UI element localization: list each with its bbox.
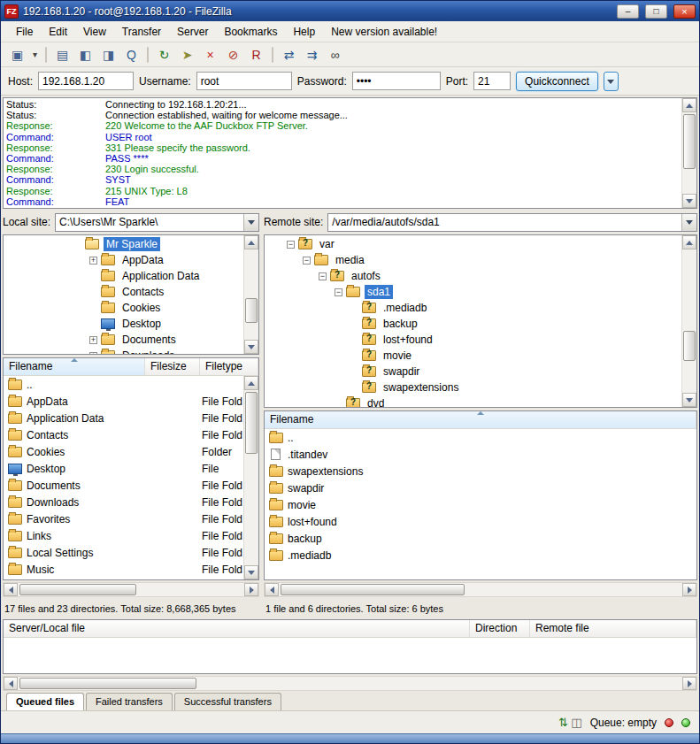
.mediadb[interactable]: .mediadb: [265, 547, 696, 564]
scroll-up-icon[interactable]: [682, 98, 696, 112]
scroll-left-icon[interactable]: [4, 677, 18, 690]
column-header-server-local-file[interactable]: Server/Local file: [4, 620, 470, 637]
toggle-local-tree-icon[interactable]: ◧: [74, 45, 96, 65]
toggle-remote-tree-icon[interactable]: ◨: [97, 45, 119, 65]
tree-expander-icon[interactable]: +: [89, 336, 97, 344]
message-log-scrollbar[interactable]: [681, 98, 696, 208]
cancel-icon[interactable]: ×: [199, 45, 221, 65]
AppData[interactable]: AppData File Folder: [4, 393, 242, 410]
menu-item[interactable]: Transfer: [114, 23, 169, 41]
queue-horizontal-scrollbar[interactable]: [3, 676, 697, 691]
disconnect-icon[interactable]: ⊘: [222, 45, 244, 65]
local-list-scrollbar[interactable]: [243, 376, 258, 579]
tab-successful-transfers[interactable]: Successful transfers: [174, 693, 281, 710]
scroll-up-icon[interactable]: [682, 235, 696, 249]
site-manager-dropdown-icon[interactable]: ▾: [29, 45, 41, 65]
local-site-combobox[interactable]: C:\Users\Mr Sparkle\: [55, 213, 259, 232]
swapextensions[interactable]: swapextensions: [265, 463, 696, 479]
Music[interactable]: Music File Folder: [4, 561, 242, 578]
tree-item[interactable]: − sda1: [265, 284, 681, 300]
tree-item[interactable]: movie: [265, 348, 681, 364]
directory-comparison-icon[interactable]: ⇄: [278, 45, 300, 65]
tree-item[interactable]: + Downloads: [4, 348, 242, 354]
Cookies[interactable]: Cookies Folder: [4, 443, 242, 460]
tree-expander-icon[interactable]: −: [287, 241, 295, 249]
scroll-track[interactable]: [244, 390, 258, 565]
tree-item[interactable]: + Documents: [4, 332, 242, 348]
column-header-filename[interactable]: Filename: [265, 411, 696, 428]
..[interactable]: ..: [4, 376, 242, 393]
menu-item[interactable]: File: [8, 23, 41, 41]
Links[interactable]: Links File Folder: [4, 527, 242, 544]
port-input[interactable]: [473, 72, 511, 90]
Favorites[interactable]: Favorites File Folder: [4, 510, 242, 527]
scroll-thumb[interactable]: [245, 392, 258, 454]
scroll-down-icon[interactable]: [244, 565, 258, 579]
tree-item[interactable]: Cookies: [4, 300, 242, 316]
scroll-thumb[interactable]: [683, 331, 696, 361]
tree-item[interactable]: Contacts: [4, 284, 242, 300]
remote-tree-scrollbar[interactable]: [681, 235, 696, 407]
menu-item[interactable]: Help: [285, 23, 323, 41]
title-bar[interactable]: FZ 192.168.1.20 - root@192.168.1.20 - Fi…: [1, 1, 699, 21]
minimize-button[interactable]: –: [617, 4, 639, 19]
Local Settings[interactable]: Local Settings File Folder: [4, 544, 242, 561]
scroll-up-icon[interactable]: [244, 235, 258, 249]
menu-item[interactable]: Server: [169, 23, 216, 41]
quickconnect-button[interactable]: Quickconnect: [516, 72, 598, 91]
backup[interactable]: backup: [265, 530, 696, 547]
tree-item[interactable]: dvd: [265, 395, 681, 407]
local-horizontal-scrollbar[interactable]: [3, 582, 259, 597]
tree-expander-icon[interactable]: +: [89, 352, 97, 355]
tree-item[interactable]: − autofs: [265, 268, 681, 284]
maximize-button[interactable]: □: [645, 4, 667, 19]
scroll-right-icon[interactable]: [682, 583, 696, 596]
scroll-thumb[interactable]: [245, 298, 258, 323]
tree-item[interactable]: Desktop: [4, 316, 242, 332]
scroll-down-icon[interactable]: [682, 194, 696, 208]
scroll-down-icon[interactable]: [244, 340, 258, 354]
tree-expander-icon[interactable]: −: [335, 288, 342, 296]
site-manager-icon[interactable]: ▣: [6, 45, 28, 65]
scroll-up-icon[interactable]: [244, 376, 258, 390]
username-input[interactable]: [196, 72, 292, 90]
scroll-track[interactable]: [682, 112, 696, 194]
lost+found[interactable]: lost+found: [265, 513, 696, 530]
tree-item[interactable]: backup: [265, 316, 681, 332]
menu-item[interactable]: View: [75, 23, 114, 41]
scroll-thumb[interactable]: [281, 584, 465, 595]
scroll-right-icon[interactable]: [244, 583, 258, 596]
quickconnect-dropdown-button[interactable]: [604, 72, 619, 91]
chevron-down-icon[interactable]: [243, 214, 258, 231]
tree-expander-icon[interactable]: −: [319, 272, 327, 280]
scroll-track[interactable]: [244, 249, 258, 340]
menu-item[interactable]: Bookmarks: [216, 23, 285, 41]
host-input[interactable]: [38, 72, 134, 90]
toggle-queue-icon[interactable]: Q: [120, 45, 142, 65]
.titandev[interactable]: .titandev: [265, 446, 696, 463]
chevron-down-icon[interactable]: [681, 214, 696, 231]
menu-item[interactable]: Edit: [41, 23, 75, 41]
sync-browsing-icon[interactable]: ⇉: [301, 45, 323, 65]
tree-item[interactable]: .mediadb: [265, 300, 681, 316]
scroll-thumb[interactable]: [19, 678, 196, 689]
swapdir[interactable]: swapdir: [265, 479, 696, 496]
reconnect-icon[interactable]: R: [245, 45, 267, 65]
scroll-left-icon[interactable]: [265, 583, 279, 596]
tree-item[interactable]: Mr Sparkle: [4, 236, 242, 252]
Documents[interactable]: Documents File Folder: [4, 477, 242, 494]
tree-expander-icon[interactable]: −: [303, 257, 311, 265]
scroll-left-icon[interactable]: [4, 583, 18, 596]
local-tree-scrollbar[interactable]: [243, 235, 258, 354]
column-header-filesize[interactable]: Filesize: [145, 358, 200, 375]
column-header-filetype[interactable]: Filetype: [200, 358, 258, 375]
column-header-remote-file[interactable]: Remote file: [530, 620, 696, 637]
menu-item[interactable]: New version available!: [323, 23, 445, 41]
scroll-right-icon[interactable]: [682, 677, 696, 690]
scroll-thumb[interactable]: [19, 584, 136, 595]
tab-queued-files[interactable]: Queued files: [6, 693, 84, 710]
tree-item[interactable]: Application Data: [4, 268, 242, 284]
Desktop[interactable]: Desktop File: [4, 460, 242, 477]
scroll-thumb[interactable]: [683, 114, 696, 169]
column-header-direction[interactable]: Direction: [470, 620, 530, 637]
